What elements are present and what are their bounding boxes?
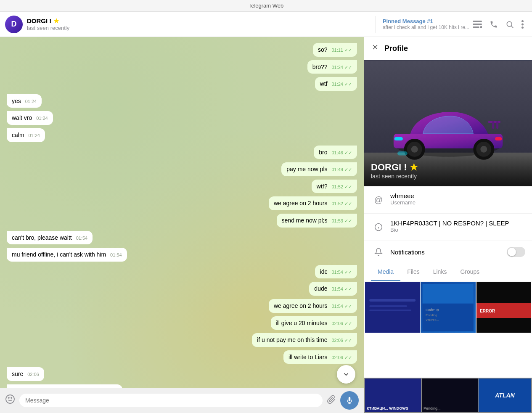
- media-thumb-3[interactable]: ERROR: [476, 282, 531, 333]
- svg-line-5: [511, 26, 513, 28]
- profile-bio-row: 1KHF4PR0J3CT | NO RESPON? | SLEEP Bio: [364, 214, 532, 241]
- table-row: send me now pl;s 01:53 ✓✓: [7, 214, 357, 228]
- svg-text:Pending...: Pending...: [426, 313, 440, 317]
- star-icon: ★: [53, 17, 59, 24]
- taskbar-thumb-2[interactable]: Pending...: [422, 379, 478, 412]
- tab-files[interactable]: Files: [400, 263, 426, 281]
- svg-rect-40: [423, 284, 474, 304]
- message-bubble: can't bro, pleaase waitt 01:54: [7, 231, 93, 245]
- input-bar: [0, 388, 364, 413]
- svg-point-6: [521, 20, 524, 22]
- tab-links[interactable]: Links: [426, 263, 454, 281]
- chat-header: D DORGI ! ★ last seen recently Pinned Me…: [0, 12, 532, 37]
- message-text: calm: [12, 132, 24, 138]
- message-text: bro: [319, 149, 327, 156]
- taskbar-thumb-3[interactable]: ATLAN: [479, 379, 531, 412]
- table-row: bro?? 01:24 ✓✓: [7, 60, 357, 74]
- messages-list: so? 01:11 ✓✓ bro?? 01:24 ✓✓ wtf 01:24 ✓✓: [0, 37, 364, 388]
- list-icon-button[interactable]: [473, 21, 482, 28]
- table-row: dude 01:54 ✓✓: [7, 282, 357, 296]
- message-text: bro??: [312, 64, 328, 70]
- message-bubble: bro 01:46 ✓✓: [314, 146, 357, 159]
- message-bubble: mu friend offline, i can't ask with him …: [7, 248, 127, 262]
- message-bubble: so? 01:11 ✓✓: [313, 43, 357, 57]
- message-bubble: wait vro 01:24: [7, 111, 53, 125]
- table-row: yes 01:24: [7, 94, 357, 108]
- message-text: ill give u 20 minutes: [276, 320, 328, 326]
- title-bar-text: Telegram Web: [249, 3, 284, 9]
- search-button[interactable]: [506, 20, 514, 29]
- header-actions: [473, 20, 524, 29]
- notifications-toggle[interactable]: [507, 247, 525, 257]
- media-grid: Code: ⚙ Pending... Vercrep... ERROR: [364, 281, 532, 334]
- svg-point-25: [480, 146, 487, 153]
- profile-name: DORGI ! ★: [371, 162, 525, 173]
- message-text: idc: [320, 268, 328, 275]
- more-button[interactable]: [521, 20, 524, 29]
- at-icon: @: [371, 192, 386, 207]
- tab-media[interactable]: Media: [371, 263, 400, 281]
- table-row: can't bro, pleaase waitt 01:54: [7, 231, 357, 245]
- table-row: we agree on 2 hours 01:54 ✓✓: [7, 299, 357, 313]
- svg-rect-35: [365, 282, 420, 333]
- table-row: we agree on 2 hours 01:52 ✓✓: [7, 196, 357, 210]
- table-row: idc 01:54 ✓✓: [7, 265, 357, 279]
- message-bubble: i send money to liars and start mm 02:07: [7, 384, 122, 388]
- emoji-button[interactable]: [5, 394, 15, 407]
- taskbar-thumb-1[interactable]: КТИВАЦИ... WINDOWS: [365, 379, 421, 412]
- message-bubble: dude 01:54 ✓✓: [309, 282, 357, 296]
- table-row: wait vro 01:24: [7, 111, 357, 125]
- message-text: if u not pay me on this time: [257, 336, 327, 343]
- phone-button[interactable]: [490, 20, 498, 29]
- profile-header: Profile: [364, 37, 532, 60]
- avatar[interactable]: D: [5, 16, 23, 33]
- pinned-message[interactable]: Pinned Message #1 after i check all and …: [383, 18, 469, 30]
- toggle-thumb: [508, 248, 516, 256]
- message-bubble: we agree on 2 hours 01:54 ✓✓: [269, 299, 357, 313]
- table-row: ill give u 20 minutes 02:06 ✓✓: [7, 316, 357, 330]
- profile-bio: 1KHF4PR0J3CT | NO RESPON? | SLEEP: [390, 220, 509, 227]
- message-bubble: send me now pl;s 01:53 ✓✓: [277, 214, 357, 228]
- profile-close-button[interactable]: [371, 43, 379, 54]
- message-input[interactable]: [19, 394, 323, 407]
- message-text: wtf: [320, 80, 328, 87]
- tab-groups[interactable]: Groups: [453, 263, 486, 281]
- profile-bio-content: 1KHF4PR0J3CT | NO RESPON? | SLEEP Bio: [390, 220, 509, 233]
- table-row: ill write to Liars 02:06 ✓✓: [7, 350, 357, 364]
- message-text: we agree on 2 hours: [274, 302, 328, 309]
- message-text: can't bro, pleaase waitt: [12, 234, 72, 241]
- media-thumb-2[interactable]: Code: ⚙ Pending... Vercrep...: [421, 282, 475, 333]
- profile-photo-overlay: DORGI ! ★ last seen recently: [364, 155, 532, 186]
- svg-point-10: [8, 397, 9, 398]
- media-tabs: Media Files Links Groups: [364, 263, 532, 281]
- microphone-button[interactable]: [340, 391, 359, 410]
- main-content: so? 01:11 ✓✓ bro?? 01:24 ✓✓ wtf 01:24 ✓✓: [0, 37, 532, 413]
- svg-point-22: [411, 146, 418, 153]
- svg-rect-2: [473, 26, 479, 28]
- message-text: so?: [318, 46, 328, 53]
- message-bubble: sure 02:06: [7, 367, 44, 381]
- svg-rect-26: [394, 137, 403, 140]
- bio-label: Bio: [390, 227, 509, 233]
- media-thumb-1[interactable]: [365, 282, 420, 333]
- taskbar-thumbnails: КТИВАЦИ... WINDOWS Pending... ATLAN: [364, 378, 532, 413]
- svg-text:ERROR: ERROR: [480, 309, 495, 313]
- message-bubble: yes 01:24: [7, 94, 42, 108]
- pinned-text: after i check all and i get 10K hits i r…: [383, 24, 469, 30]
- chat-area: so? 01:11 ✓✓ bro?? 01:24 ✓✓ wtf 01:24 ✓✓: [0, 37, 364, 413]
- message-text: send me now pl;s: [282, 217, 328, 224]
- svg-rect-31: [496, 121, 498, 129]
- message-bubble: if u not pay me on this time 02:06 ✓✓: [252, 333, 357, 347]
- svg-rect-28: [495, 137, 502, 140]
- attach-button[interactable]: [327, 395, 336, 406]
- contact-status: last seen recently: [27, 25, 372, 31]
- svg-rect-37: [369, 305, 407, 307]
- scroll-down-button[interactable]: [337, 365, 355, 384]
- message-text: mu friend offline, i can't ask with him: [12, 251, 106, 258]
- message-bubble: pay me now pls 01:49 ✓✓: [281, 162, 357, 176]
- table-row: pay me now pls 01:49 ✓✓: [7, 162, 357, 176]
- profile-photo-status: last seen recently: [371, 173, 525, 180]
- table-row: so? 01:11 ✓✓: [7, 43, 357, 57]
- message-text: pay me now pls: [286, 166, 327, 172]
- message-text: yes: [12, 98, 21, 104]
